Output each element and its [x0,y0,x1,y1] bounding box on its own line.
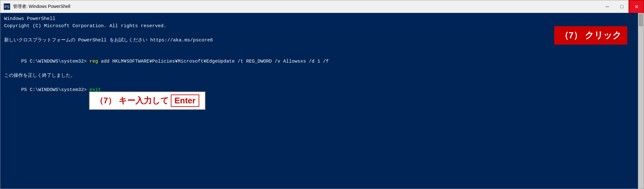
terminal-line-4: 新しいクロスプラットフォームの PowerShell をお試しください http… [4,37,640,44]
restore-button[interactable]: □ [615,0,629,13]
title-bar-left: PS 管理者: Windows PowerShell [3,3,70,10]
terminal-area[interactable]: （7） クリック Windows PowerShell Copyright (C… [0,13,644,189]
prompt-2: PS C:\WINDOWS\system32> [21,87,90,93]
scrollbar[interactable] [638,13,644,189]
prompt-1: PS C:\WINDOWS\system32> [21,59,90,64]
terminal-line-2: Copyright (C) Microsoft Corporation. All… [4,23,640,30]
powershell-window: PS 管理者: Windows PowerShell ─ □ ✕ （7） クリッ… [0,0,644,189]
cmd-rest: add HKLM¥SOFTWARE¥Policies¥Microsoft¥Edg… [98,59,329,64]
title-buttons: ─ □ ✕ [600,0,644,13]
annotation-click: （7） クリック [554,26,627,45]
window-title: 管理者: Windows PowerShell [13,4,70,9]
enter-instruction-text: （7） キー入力して [95,95,169,106]
close-button[interactable]: ✕ [629,0,644,13]
minimize-button[interactable]: ─ [600,0,615,13]
terminal-line-5 [4,44,640,51]
svg-text:PS: PS [4,5,9,9]
scrollbar-thumb[interactable] [639,14,643,26]
title-bar: PS 管理者: Windows PowerShell ─ □ ✕ [0,0,644,13]
enter-key-label: Enter [171,94,199,107]
annotation-enter: （7） キー入力して Enter [89,91,206,110]
terminal-line-3 [4,30,640,37]
cmd-reg: reg [90,59,98,64]
powershell-icon: PS [3,3,10,10]
terminal-line-1: Windows PowerShell [4,15,640,23]
terminal-line-6: PS C:\WINDOWS\system32> reg add HKLM¥SOF… [4,51,640,73]
terminal-line-7: この操作を正しく終了しました。 [4,72,640,80]
